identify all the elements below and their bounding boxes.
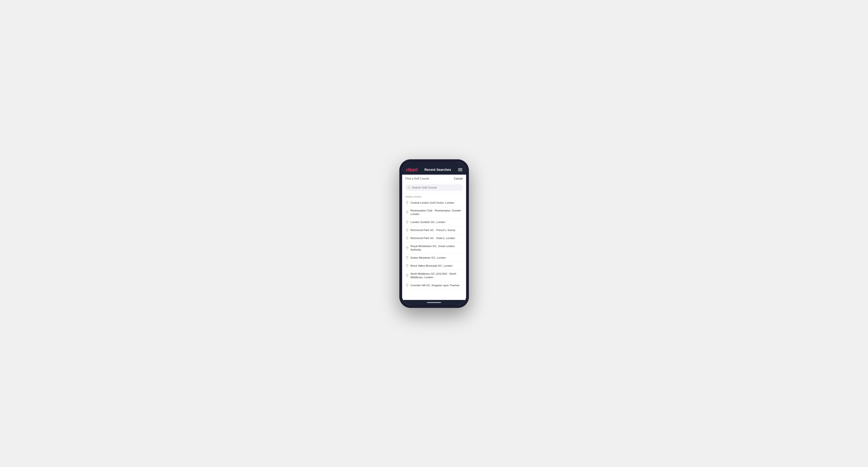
hamburger-line-3 [458, 170, 462, 171]
pin-icon [405, 237, 409, 240]
course-list-item[interactable]: North Middlesex GC (1011942 - North Midd… [402, 270, 466, 282]
svg-point-6 [407, 237, 407, 238]
search-input[interactable] [412, 186, 460, 189]
nearby-section: Nearby courses Central London Golf Centr… [402, 193, 466, 300]
course-list-item[interactable]: London Scottish GC, London [402, 218, 466, 226]
course-list-item[interactable]: Dukes Meadows GC, London [402, 254, 466, 262]
hamburger-line-2 [458, 169, 462, 170]
pin-icon [405, 221, 409, 224]
content-area: Find a Golf Course Cancel Nearby courses [402, 175, 466, 300]
svg-line-1 [409, 188, 410, 189]
app-header: clippd Recent Searches [402, 165, 466, 175]
pin-icon [405, 284, 409, 287]
svg-point-4 [407, 221, 407, 222]
svg-point-7 [407, 247, 407, 248]
hamburger-line-1 [458, 168, 462, 169]
pin-icon [405, 264, 409, 268]
svg-point-8 [407, 257, 407, 257]
svg-point-5 [407, 229, 407, 230]
home-indicator-area [402, 300, 466, 305]
course-list: Central London Golf Centre, London Roeha… [402, 199, 466, 289]
pin-icon [405, 246, 409, 250]
header-title: Recent Searches [425, 168, 451, 172]
pin-icon [405, 211, 409, 214]
status-bar [402, 162, 466, 165]
pin-icon [405, 274, 409, 277]
course-list-item[interactable]: Royal Wimbledon GC, Great London Authori… [402, 242, 466, 254]
course-name: Roehampton Club - Roehampton, Greater Lo… [411, 209, 463, 216]
svg-point-3 [407, 212, 407, 212]
phone-screen: clippd Recent Searches Find a Golf Cours… [402, 162, 466, 305]
search-icon [408, 186, 411, 189]
find-label: Find a Golf Course [405, 177, 429, 180]
pin-icon [405, 256, 409, 259]
course-list-item[interactable]: Roehampton Club - Roehampton, Greater Lo… [402, 207, 466, 218]
course-name: Richmond Park GC - Prince's, Surrey [411, 228, 456, 232]
course-name: Richmond Park GC - Duke's, London [411, 237, 455, 240]
course-list-item[interactable]: Richmond Park GC - Duke's, London [402, 234, 466, 242]
course-list-item[interactable]: Central London Golf Centre, London [402, 199, 466, 207]
course-list-item[interactable]: Coombe Hill GC, Kingston upon Thames [402, 282, 466, 289]
nearby-header: Nearby courses [402, 193, 466, 199]
course-name: Brent Valley Municipal GC, London [411, 264, 453, 268]
search-input-wrapper [405, 184, 463, 191]
home-indicator-bar [427, 302, 441, 303]
course-name: Dukes Meadows GC, London [411, 256, 446, 259]
course-list-item[interactable]: Richmond Park GC - Prince's, Surrey [402, 226, 466, 234]
course-name: Royal Wimbledon GC, Great London Authori… [411, 245, 463, 252]
svg-point-11 [407, 284, 407, 285]
menu-button[interactable] [458, 168, 462, 171]
pin-icon [405, 229, 409, 232]
svg-point-2 [407, 202, 407, 203]
search-container [402, 183, 466, 193]
pin-icon [405, 201, 409, 205]
course-name: Central London Golf Centre, London [411, 201, 454, 205]
course-name: London Scottish GC, London [411, 220, 445, 224]
app-logo: clippd [406, 167, 418, 172]
phone-frame: clippd Recent Searches Find a Golf Cours… [399, 159, 469, 308]
course-name: Coombe Hill GC, Kingston upon Thames [411, 284, 460, 287]
cancel-button[interactable]: Cancel [454, 177, 463, 180]
course-list-item[interactable]: Brent Valley Municipal GC, London [402, 262, 466, 270]
svg-point-9 [407, 265, 407, 266]
find-bar: Find a Golf Course Cancel [402, 175, 466, 183]
svg-point-10 [407, 275, 407, 275]
course-name: North Middlesex GC (1011942 - North Midd… [411, 272, 463, 279]
